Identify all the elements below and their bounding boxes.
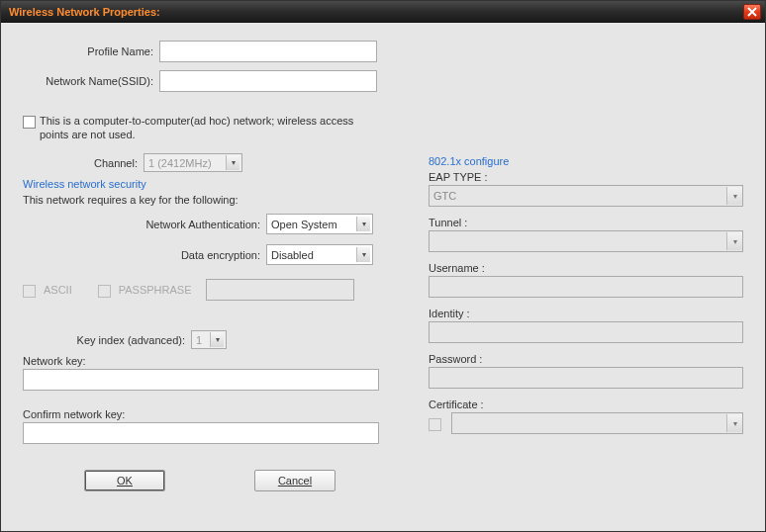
channel-select: 1 (2412MHz) ▾ (144, 153, 242, 172)
ssid-label: Network Name(SSID): (23, 75, 159, 87)
wireless-properties-dialog: Wireless Network Properties: Profile Nam… (0, 0, 766, 532)
data-encryption-value: Disabled (271, 249, 314, 261)
channel-value: 1 (2412MHz) (148, 157, 212, 169)
identity-label: Identity : (429, 308, 743, 319)
username-label: Username : (429, 262, 743, 274)
passphrase-label: PASSPHRASE (119, 284, 192, 296)
key-index-label: Key index (advanced): (23, 334, 191, 346)
ok-button[interactable]: OK (84, 470, 165, 491)
close-button[interactable] (743, 4, 761, 20)
chevron-down-icon: ▾ (726, 414, 742, 432)
password-label: Password : (429, 353, 743, 365)
ascii-checkbox (23, 285, 36, 298)
channel-label: Channel: (23, 157, 144, 169)
tunnel-label: Tunnel : (429, 217, 743, 228)
data-encryption-select[interactable]: Disabled ▾ (266, 244, 373, 265)
passphrase-checkbox (98, 285, 111, 298)
username-input (429, 276, 743, 298)
security-description: This network requires a key for the foll… (23, 194, 393, 206)
network-key-input[interactable] (23, 369, 379, 391)
eap-type-value: GTC (433, 190, 456, 202)
certificate-checkbox (429, 418, 441, 431)
certificate-select: ▾ (451, 412, 743, 434)
password-input (429, 367, 743, 389)
passphrase-input (206, 279, 354, 301)
eap-type-label: EAP TYPE : (429, 171, 743, 183)
certificate-label: Certificate : (429, 399, 743, 410)
adhoc-checkbox[interactable] (23, 116, 36, 129)
dialog-content: Profile Name: Network Name(SSID): This i… (1, 23, 765, 509)
close-icon (747, 7, 757, 17)
security-group-title: Wireless network security (23, 178, 393, 190)
network-auth-value: Open System (271, 219, 337, 230)
right-column: 802.1x configure EAP TYPE : GTC ▾ Tunnel… (429, 41, 743, 491)
cancel-button[interactable]: Cancel (254, 470, 335, 491)
eap-type-select: GTC ▾ (429, 185, 743, 207)
tunnel-select: ▾ (429, 230, 743, 252)
network-key-label: Network key: (23, 355, 393, 367)
confirm-key-label: Confirm network key: (23, 408, 393, 420)
chevron-down-icon: ▾ (726, 187, 742, 205)
confirm-key-input[interactable] (23, 422, 379, 444)
data-encryption-label: Data encryption: (23, 249, 266, 261)
chevron-down-icon: ▾ (226, 155, 239, 170)
ssid-input[interactable] (159, 70, 377, 92)
profile-name-input[interactable] (159, 41, 377, 62)
key-index-select: 1 ▾ (191, 330, 227, 349)
chevron-down-icon: ▾ (210, 332, 224, 347)
key-index-value: 1 (196, 334, 202, 346)
window-title: Wireless Network Properties: (9, 6, 160, 18)
titlebar: Wireless Network Properties: (1, 1, 765, 23)
chevron-down-icon: ▾ (356, 247, 370, 262)
adhoc-label: This is a computer-to-computer(ad hoc) n… (40, 114, 376, 141)
identity-input (429, 321, 743, 343)
8021x-title: 802.1x configure (429, 155, 743, 167)
network-auth-label: Network Authentication: (23, 219, 266, 230)
chevron-down-icon: ▾ (356, 217, 370, 231)
chevron-down-icon: ▾ (726, 232, 742, 250)
network-auth-select[interactable]: Open System ▾ (266, 214, 373, 234)
profile-name-label: Profile Name: (23, 45, 159, 57)
ascii-label: ASCII (44, 284, 72, 296)
left-column: Profile Name: Network Name(SSID): This i… (23, 41, 393, 491)
